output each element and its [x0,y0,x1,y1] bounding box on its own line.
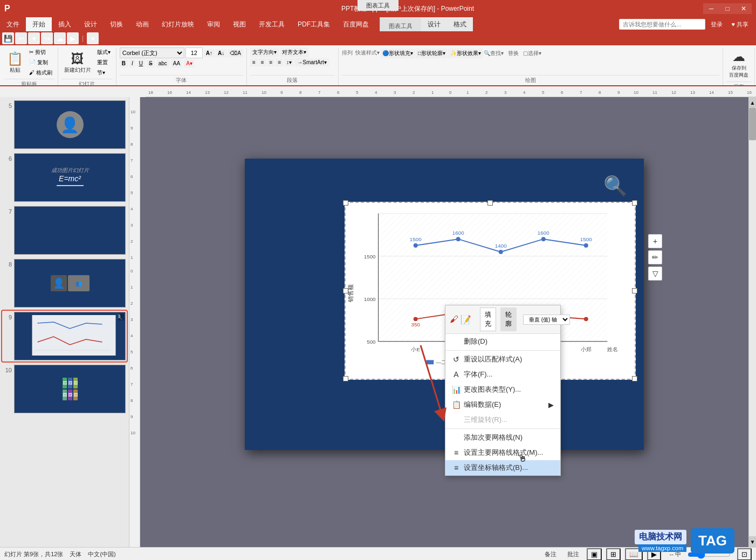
share-button[interactable]: ♥ 共享 [728,19,752,30]
section-button[interactable]: 节▾ [95,68,113,78]
ctx-change-chart-type[interactable]: 📊 更改图表类型(Y)... [445,382,560,397]
login-button[interactable]: 登录 [707,19,726,30]
ctx-tab-outline[interactable]: 轮廓 [500,308,517,331]
align-center-button[interactable]: ≡ [259,58,266,66]
tab-transition[interactable]: 切换 [104,17,129,31]
slide-thumb-9[interactable]: 9 🔍 [2,311,127,361]
maximize-button[interactable]: □ [719,3,736,14]
ctx-axis-select[interactable]: 垂直 (值) 轴 [523,315,570,325]
tab-design[interactable]: 设计 [78,17,104,31]
font-shrink-button[interactable]: A↓ [216,49,226,57]
canvas-area[interactable]: 销售额 500 1000 1500 [140,97,748,547]
undo-button[interactable]: ↩ [15,32,27,44]
tab-slideshow[interactable]: 幻灯片放映 [155,17,201,31]
handle-tr[interactable] [632,200,637,206]
align-text-button[interactable]: 对齐文本▾ [280,47,308,57]
handle-tc[interactable] [487,200,493,206]
tab-animation[interactable]: 动画 [129,17,155,31]
ctx-add-minor-gridlines[interactable]: 添加次要网格线(N) [445,430,560,445]
layout-button[interactable]: 版式▾ [95,47,113,57]
bold-button[interactable]: B [120,59,128,67]
format-painter-button[interactable]: 🖌 格式刷 [27,68,54,78]
more-qat-button[interactable]: ▾ [87,32,99,44]
ctx-font[interactable]: A 字体(F)... [445,367,560,382]
slide-thumb-7[interactable]: 7 [2,205,127,256]
cut-button[interactable]: ✂ 剪切 [27,47,54,57]
slide-thumb-5[interactable]: 5 👤 [2,99,127,150]
vertical-ruler: 10 9 8 7 6 5 4 3 2 1 0 1 2 3 4 5 6 7 8 9 [129,97,140,547]
tab-developer[interactable]: 开发工具 [252,17,291,31]
font-color-button[interactable]: A▾ [184,59,195,67]
font-spacing-button[interactable]: A‌A [171,59,182,67]
font-grow-button[interactable]: A↑ [204,49,215,57]
tab-home[interactable]: 开始 [26,17,52,31]
ctx-reset-style[interactable]: ↺ 重设以匹配样式(A) [445,352,560,367]
line-spacing-button[interactable]: ↕▾ [284,58,294,66]
redo-button[interactable]: ↪ [41,32,53,44]
handle-tl[interactable] [343,200,348,206]
edit-element-button[interactable]: ✏ [648,250,662,264]
ctx-edit-data[interactable]: 📋 编辑数据(E) ▶ [445,397,560,412]
strikethrough-button[interactable]: S [147,59,155,67]
normal-view-button[interactable]: ▣ [587,548,602,560]
tab-pdf[interactable]: PDF工具集 [291,17,336,31]
align-left-button[interactable]: ≡ [250,58,258,66]
slideshow-button[interactable]: ▶ [67,32,79,44]
notes-button[interactable]: 备注 [541,549,560,559]
svg-point-79 [541,237,546,241]
tab-baidu[interactable]: 百度网盘 [336,17,375,31]
convert-smartart-button[interactable]: →SmartArt▾ [295,58,328,66]
slide-thumb-8[interactable]: 8 👤 👥 [2,258,127,309]
save-qat-button[interactable]: 💾 [2,32,14,44]
undo-dropdown[interactable]: ▾ [28,32,40,44]
subscript-button[interactable]: abc [156,59,169,67]
tab-view[interactable]: 视图 [226,17,252,31]
slide-thumb-6[interactable]: 6 成功图片幻灯片 E=mc² [2,152,127,203]
tab-file[interactable]: 文件 [0,17,26,31]
handle-rc[interactable] [632,288,637,293]
shape-outline-button[interactable]: □形状轮廓▾ [416,49,448,58]
text-direction-button[interactable]: 文字方向▾ [250,47,279,57]
slide-thumb-10[interactable]: 10 🖼 🖼 🖼 🖼 🖼 🖼 [2,364,127,414]
slide-sorter-button[interactable]: ⊞ [606,548,621,560]
minimize-button[interactable]: ─ [703,3,719,14]
ctx-tab-fill[interactable]: 填充 [480,308,496,331]
right-scrollbar[interactable]: ▲ ▼ [748,97,756,547]
tab-diagram-format[interactable]: 格式 [447,17,473,31]
underline-button[interactable]: U [137,59,145,67]
font-name-select[interactable]: Corbel (正文) [120,47,184,58]
handle-lc[interactable] [343,288,348,293]
clear-format-button[interactable]: ⌫A [228,49,243,57]
reset-button[interactable]: 重置 [95,58,113,67]
tab-insert[interactable]: 插入 [52,17,78,31]
paste-button[interactable]: 📋 粘贴 [4,49,26,76]
handle-br[interactable] [632,376,637,381]
tab-review[interactable]: 审阅 [201,17,226,31]
tab-diagram-design[interactable]: 设计 [421,17,447,31]
help-search[interactable] [619,19,705,30]
shape-fill-button[interactable]: 🔵形状填充▾ [380,49,415,58]
save-cloud-button[interactable]: ☁ [54,32,66,44]
italic-button[interactable]: I [129,59,135,67]
fit-window-button[interactable]: ⊡ [737,548,752,560]
language: 中文(中国) [88,550,115,558]
svg-text:1: 1 [431,90,434,95]
filter-button[interactable]: ▽ [648,267,662,281]
svg-text:1400: 1400 [495,243,507,249]
justify-button[interactable]: ≡ [276,58,283,66]
handle-bl[interactable] [343,376,348,381]
ctx-delete[interactable]: 删除(D) [445,334,560,349]
svg-text:11: 11 [652,90,657,95]
save-cloud-ribbon-button[interactable]: ☁ 保存到百度网盘 [726,47,751,80]
add-element-button[interactable]: + [648,234,662,248]
copy-button[interactable]: 📄 复制 [27,58,54,67]
ctx-format-major-gridlines[interactable]: ≡ 设置主要网格线格式(M)... [445,445,560,460]
shape-effect-button[interactable]: ✨形状效果▾ [448,49,483,58]
ctx-format-axis[interactable]: ≡ 设置坐标轴格式(B)... [445,460,560,475]
close-button[interactable]: ✕ [736,3,752,14]
font-size-input[interactable] [185,47,203,58]
new-slide-button[interactable]: 🖼 新建幻灯片 [61,49,94,76]
align-right-button[interactable]: ≡ [267,58,275,66]
ribbon: 文件 开始 插入 设计 切换 动画 幻灯片放映 审阅 视图 开发工具 PDF工具… [0,17,756,86]
comments-button[interactable]: 批注 [564,549,582,559]
